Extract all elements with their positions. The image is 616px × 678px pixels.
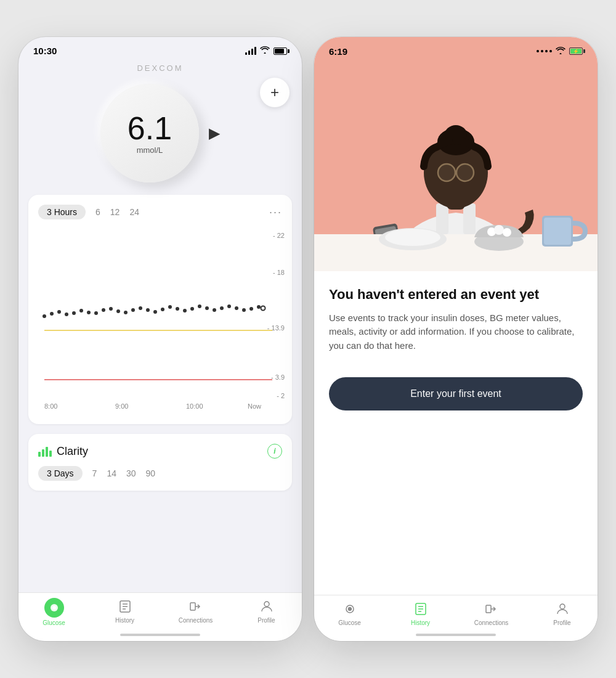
nav-connections-label-right: Connections [474,619,509,626]
tab-24[interactable]: 24 [129,207,139,217]
nav-profile[interactable]: Profile [231,598,302,626]
glucose-chart-svg: - 22 - 18 - 13.9 - 3.9 - 2 [38,227,297,412]
nav-connections[interactable]: Connections [160,598,231,626]
home-indicator-right [416,634,496,636]
svg-point-33 [235,306,238,310]
svg-point-25 [176,307,179,311]
svg-point-32 [227,304,231,308]
clarity-header: Clarity i [38,444,282,459]
svg-point-29 [205,306,209,310]
svg-text:- 3.9: - 3.9 [271,374,285,381]
nav-glucose-right[interactable]: Glucose [314,600,385,626]
svg-point-31 [220,306,224,310]
svg-point-61 [439,165,455,181]
glucose-nav-icon-right [341,600,359,618]
svg-point-28 [198,304,201,308]
clarity-tab-14[interactable]: 14 [107,468,116,478]
svg-rect-48 [190,603,195,610]
tab-3hours[interactable]: 3 Hours [38,205,86,219]
svg-text:- 18: - 18 [273,269,285,276]
illustration-area [314,62,598,271]
battery-green-icon: ⚡ [569,47,583,55]
event-title: You haven't entered an event yet [329,286,583,304]
home-indicator-left [120,634,200,636]
svg-point-34 [242,308,246,312]
svg-point-43 [52,606,56,610]
profile-nav-icon [258,598,275,615]
svg-point-19 [131,308,135,312]
svg-point-22 [153,310,157,314]
svg-point-26 [183,309,187,312]
time-left: 10:30 [33,46,57,56]
nav-connections-label: Connections [179,617,213,624]
svg-point-76 [503,228,511,237]
chart-tabs: 3 Hours 6 12 24 ··· [38,205,282,219]
clarity-title: Clarity [57,445,88,458]
clarity-info-button[interactable]: i [267,444,282,459]
nav-glucose-label-right: Glucose [338,619,361,626]
svg-point-8 [50,312,54,316]
event-description: Use events to track your insulin doses, … [329,311,583,353]
svg-point-24 [168,305,172,309]
clarity-card: Clarity i 3 Days 7 14 30 90 [28,434,292,491]
enter-event-button[interactable]: Enter your first event [329,377,583,410]
glucose-section: + 6.1 mmol/L ▶ [18,78,302,195]
glucose-value: 6.1 [128,112,172,144]
svg-point-36 [257,305,261,309]
glucose-chart-card: 3 Hours 6 12 24 ··· - 22 - 18 - 13.9 - 3… [28,195,292,424]
clarity-tabs: 3 Days 7 14 30 90 [38,466,282,481]
svg-point-72 [385,229,440,246]
left-phone: 10:30 [18,37,302,641]
glucose-nav-icon [44,598,64,618]
svg-text:Now: Now [248,402,261,410]
svg-point-13 [87,311,91,314]
history-nav-icon-right [412,600,429,618]
wifi-icon [260,46,270,55]
svg-point-16 [109,307,113,311]
svg-text:9:00: 9:00 [115,402,128,410]
svg-point-18 [124,311,128,314]
clarity-tab-90[interactable]: 90 [146,468,156,478]
svg-point-27 [190,307,194,311]
wifi-icon-right [556,46,565,57]
glucose-unit: mmol/L [137,145,163,155]
nav-profile-label: Profile [257,617,275,624]
clarity-tab-3days[interactable]: 3 Days [38,466,83,481]
svg-point-10 [65,312,68,316]
clarity-tab-30[interactable]: 30 [126,468,136,478]
svg-text:8:00: 8:00 [44,402,57,410]
nav-history-right[interactable]: History [385,600,456,626]
status-bar-left: 10:30 [18,37,302,61]
svg-point-9 [57,310,61,314]
svg-point-50 [264,602,269,607]
nav-glucose-label: Glucose [43,619,65,626]
chart-more-button[interactable]: ··· [269,206,282,219]
clarity-title-row: Clarity [38,445,88,458]
nav-history-label: History [115,617,134,624]
glucose-dots [43,304,265,318]
svg-text:- 2: - 2 [277,392,285,399]
svg-text:10:00: 10:00 [186,402,203,410]
event-content: You haven't entered an event yet Use eve… [314,271,598,362]
svg-point-7 [43,314,46,318]
nav-profile-right[interactable]: Profile [527,600,598,626]
profile-nav-icon-right [554,600,571,618]
status-icons-left [245,46,287,55]
tab-12[interactable]: 12 [110,207,120,217]
svg-point-11 [72,311,76,315]
trend-arrow: ▶ [209,125,220,142]
svg-text:- 22: - 22 [273,232,285,239]
right-phone: 6:19 ⚡ [314,37,598,641]
time-right: 6:19 [329,46,347,57]
nav-glucose[interactable]: Glucose [18,598,89,626]
add-button[interactable]: + [260,78,290,107]
nav-profile-label-right: Profile [553,619,570,626]
nav-history[interactable]: History [89,598,160,626]
glucose-circle: 6.1 mmol/L [100,84,199,182]
svg-point-20 [139,306,142,310]
nav-connections-right[interactable]: Connections [456,600,527,626]
svg-point-21 [146,308,150,312]
tab-6[interactable]: 6 [95,207,100,217]
svg-point-15 [102,308,105,312]
clarity-tab-7[interactable]: 7 [92,468,97,478]
